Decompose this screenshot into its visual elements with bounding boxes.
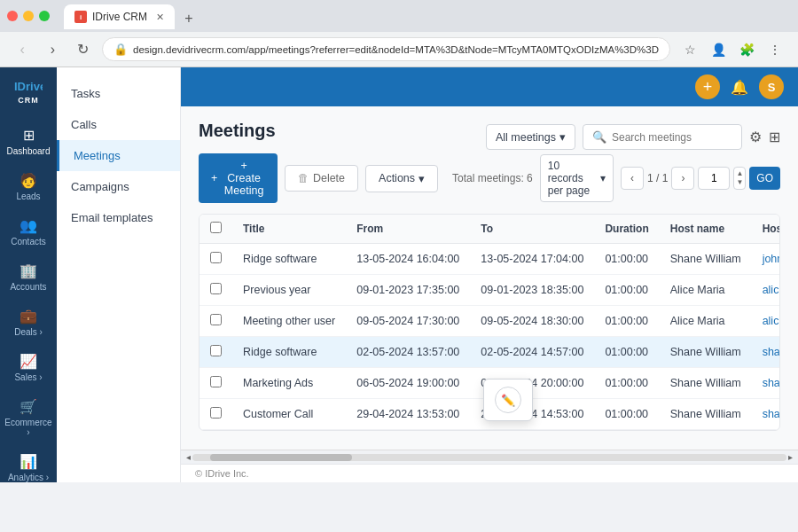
- select-all-checkbox[interactable]: [210, 222, 222, 233]
- row-from: 02-05-2024 13:57:00: [346, 337, 470, 368]
- filter-arrow: ▾: [559, 130, 566, 144]
- row-email-link[interactable]: shane@gmail.com: [763, 377, 780, 389]
- row-host-email: john@gmail.com: [752, 244, 780, 275]
- tab-close-btn[interactable]: ✕: [156, 12, 164, 23]
- row-checkbox-cell: [200, 399, 232, 430]
- row-email-link[interactable]: shane@gmail.com: [763, 408, 780, 420]
- address-bar[interactable]: 🔒 design.devidrivecrm.com/app/meetings?r…: [102, 37, 670, 61]
- actions-btn[interactable]: Actions ▾: [365, 165, 438, 192]
- nav-item-campaigns[interactable]: Campaigns: [57, 171, 180, 202]
- sidebar-item-contacts[interactable]: 👥 Contacts: [0, 210, 57, 254]
- row-checkbox-cell: [200, 337, 232, 368]
- scroll-bar-container: ◂ ▸: [181, 450, 798, 464]
- row-checkbox-4[interactable]: [210, 376, 222, 387]
- profile-icon[interactable]: 👤: [706, 37, 731, 62]
- browser-close-btn[interactable]: [7, 11, 18, 21]
- col-from[interactable]: From: [346, 215, 470, 244]
- row-duration: 01:00:00: [594, 275, 659, 306]
- row-host-email: shane@gmail.com: [752, 337, 780, 368]
- bookmark-icon[interactable]: ☆: [677, 37, 702, 62]
- row-host-email: alicemeria20@gmail....: [752, 275, 780, 306]
- table-wrap: Title From To Duration Host name Host em…: [199, 214, 780, 431]
- notification-btn[interactable]: 🔔: [731, 79, 748, 96]
- row-to: 09-01-2023 18:35:00: [470, 275, 594, 306]
- main-content: + 🔔 S Meetings All meetings ▾ 🔍: [181, 67, 798, 482]
- browser-min-btn[interactable]: [23, 11, 34, 21]
- row-duration: 01:00:00: [594, 399, 659, 430]
- table-row[interactable]: Meeting other user 09-05-2024 17:30:00 0…: [200, 306, 780, 337]
- row-checkbox-3[interactable]: [210, 345, 222, 356]
- row-checkbox-2[interactable]: [210, 314, 222, 325]
- user-avatar[interactable]: S: [759, 74, 784, 99]
- page-number-input[interactable]: [698, 167, 730, 190]
- row-email-link[interactable]: shane@gmail.com: [763, 346, 780, 358]
- sidebar-item-dashboard[interactable]: ⊞ Dashboard: [0, 120, 57, 163]
- content-area: Meetings All meetings ▾ 🔍 ⚙ ⊞: [181, 106, 798, 450]
- page-stepper[interactable]: ▲ ▼: [733, 167, 746, 190]
- table-row[interactable]: Previous year 09-01-2023 17:35:00 09-01-…: [200, 275, 780, 306]
- forward-btn[interactable]: ›: [41, 37, 64, 62]
- row-checkbox-0[interactable]: [210, 252, 222, 263]
- edit-icon-btn[interactable]: ✏️: [495, 387, 521, 413]
- scroll-right-btn[interactable]: ▸: [786, 452, 794, 462]
- nav-item-calls[interactable]: Calls: [57, 109, 180, 140]
- row-checkbox-5[interactable]: [210, 407, 222, 419]
- reload-btn[interactable]: ↻: [72, 37, 95, 62]
- new-tab-btn[interactable]: +: [178, 8, 200, 29]
- row-email-link[interactable]: alicemeria20@gmail....: [763, 315, 780, 327]
- sidebar-item-sales[interactable]: 📈 Sales ›: [0, 346, 57, 389]
- row-email-link[interactable]: alicemeria20@gmail....: [763, 284, 780, 296]
- records-per-page[interactable]: 10 records per page ▾: [540, 154, 614, 202]
- col-host-name[interactable]: Host name: [660, 215, 752, 244]
- advanced-filter-btn[interactable]: ⚙: [749, 129, 762, 145]
- scroll-thumb[interactable]: [210, 454, 352, 461]
- header-right: + 🔔 S: [695, 74, 784, 99]
- grid-view-btn[interactable]: ⊞: [769, 129, 780, 145]
- nav-item-tasks[interactable]: Tasks: [57, 78, 180, 109]
- row-to: 02-05-2024 14:57:00: [470, 337, 594, 368]
- row-email-link[interactable]: john@gmail.com: [763, 253, 780, 265]
- extensions-icon[interactable]: 🧩: [734, 37, 759, 62]
- row-checkbox-1[interactable]: [210, 283, 222, 294]
- deals-icon: 💼: [20, 308, 37, 325]
- row-duration: 01:00:00: [594, 244, 659, 275]
- toolbar: + + Create Meeting 🗑 Delete Actions ▾ To…: [199, 153, 780, 203]
- nav-item-email-templates[interactable]: Email templates: [57, 202, 180, 233]
- create-meeting-btn[interactable]: + + Create Meeting: [199, 153, 278, 203]
- status-bar: © IDrive Inc.: [181, 464, 798, 482]
- total-meetings-text: Total meetings: 6: [452, 172, 533, 184]
- search-box[interactable]: 🔍: [583, 124, 742, 150]
- back-btn[interactable]: ‹: [11, 37, 34, 62]
- row-checkbox-cell: [200, 244, 232, 275]
- row-to: 09-05-2024 18:30:00: [470, 306, 594, 337]
- table-row[interactable]: Ridge software 13-05-2024 16:04:00 13-05…: [200, 244, 780, 275]
- row-host-email: alicemeria20@gmail....: [752, 306, 780, 337]
- table-row[interactable]: Ridge software 02-05-2024 13:57:00 02-05…: [200, 337, 780, 368]
- sidebar-item-accounts[interactable]: 🏢 Accounts: [0, 255, 57, 299]
- next-page-btn[interactable]: ›: [671, 167, 694, 190]
- scroll-left-btn[interactable]: ◂: [184, 452, 192, 462]
- menu-icon[interactable]: ⋮: [763, 37, 787, 62]
- sidebar-label-ecommerce: Ecommerce ›: [4, 418, 53, 437]
- col-to[interactable]: To: [470, 215, 594, 244]
- sidebar-item-leads[interactable]: 🧑 Leads: [0, 165, 57, 208]
- row-host-name: Shane William: [660, 244, 752, 275]
- add-btn[interactable]: +: [695, 74, 720, 99]
- col-title[interactable]: Title: [232, 215, 346, 244]
- row-host-name: Shane William: [660, 337, 752, 368]
- sidebar-item-analytics[interactable]: 📊 Analytics ›: [0, 446, 57, 482]
- go-btn[interactable]: GO: [749, 167, 780, 190]
- browser-max-btn[interactable]: [39, 11, 50, 21]
- sidebar-label-sales: Sales ›: [14, 372, 42, 382]
- sidebar-label-dashboard: Dashboard: [7, 146, 51, 156]
- sidebar-item-ecommerce[interactable]: 🛒 Ecommerce ›: [0, 391, 57, 444]
- search-input[interactable]: [612, 131, 727, 144]
- prev-page-btn[interactable]: ‹: [621, 167, 644, 190]
- all-meetings-filter[interactable]: All meetings ▾: [486, 124, 575, 150]
- sidebar-item-deals[interactable]: 💼 Deals ›: [0, 301, 57, 344]
- col-host-email[interactable]: Host email: [752, 215, 780, 244]
- browser-tab[interactable]: i IDrive CRM ✕: [64, 4, 175, 29]
- delete-btn[interactable]: 🗑 Delete: [285, 165, 358, 192]
- col-duration[interactable]: Duration: [594, 215, 659, 244]
- nav-item-meetings[interactable]: Meetings: [57, 140, 180, 171]
